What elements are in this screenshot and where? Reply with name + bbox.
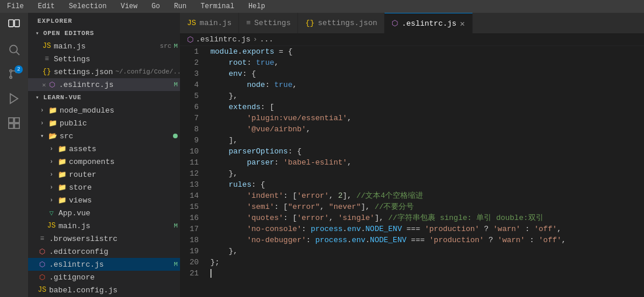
babel-icon: JS <box>37 285 47 295</box>
tab-eslintrc[interactable]: ⬡ .eslintrc.js ✕ <box>385 13 472 33</box>
folder-components[interactable]: › 📁 components <box>28 155 180 168</box>
folder-store[interactable]: › 📁 store <box>28 181 180 194</box>
source-control-activity-icon[interactable]: 2 <box>4 64 24 84</box>
folder-router[interactable]: › 📁 router <box>28 168 180 181</box>
file-babel[interactable]: JS babel.config.js <box>28 284 180 296</box>
menu-bar: File Edit Selection View Go Run Terminal… <box>0 0 644 13</box>
tab-mainjs[interactable]: JS main.js <box>180 13 239 33</box>
file-eslintrc[interactable]: ⬡ .eslintrc.js M <box>28 258 180 271</box>
file-label: .eslintrc.js <box>59 81 172 89</box>
folder-chevron: › <box>47 170 56 179</box>
folder-chevron: › <box>47 195 56 205</box>
svg-point-4 <box>10 70 12 72</box>
open-editors-header[interactable]: ▾ OPEN EDITORS <box>28 27 180 40</box>
folder-chevron: › <box>47 144 56 153</box>
editor-area: JS main.js ≡ Settings {} settings.json ⬡… <box>180 13 644 297</box>
folder-public[interactable]: › 📁 public <box>28 117 180 130</box>
file-mainjs-src[interactable]: JS main.js M <box>28 219 180 232</box>
folder-icon: 📁 <box>48 106 57 115</box>
extensions-activity-icon[interactable] <box>4 113 24 133</box>
tab-settings[interactable]: ≡ Settings <box>239 13 298 33</box>
code-line-14: 'indent': ['error', 2], //文本4个空格缩进 <box>210 190 644 201</box>
tab-settings-icon: ≡ <box>246 19 251 27</box>
svg-marker-7 <box>11 94 18 104</box>
file-label: main.js <box>54 42 158 51</box>
tab-settingsjson[interactable]: {} settings.json <box>298 13 385 33</box>
file-label: App.vue <box>58 209 178 218</box>
code-line-7: 'plugin:vue/essential', <box>210 113 644 124</box>
svg-rect-9 <box>15 118 19 123</box>
code-line-21 <box>210 268 644 279</box>
menu-file[interactable]: File <box>5 1 26 12</box>
code-content[interactable]: module.exports = { root: true, env: { no… <box>206 46 644 297</box>
js-icon: JS <box>47 221 56 230</box>
modified-badge: M <box>174 261 178 268</box>
file-appvue[interactable]: ▽ App.vue <box>28 207 180 219</box>
file-label: .eslintrc.js <box>49 260 171 269</box>
menu-edit[interactable]: Edit <box>36 1 57 12</box>
file-gitignore[interactable]: ⬡ .gitignore <box>28 271 180 284</box>
svg-rect-8 <box>9 118 13 123</box>
folder-chevron: ▾ <box>37 131 47 141</box>
folder-icon: 📁 <box>57 195 67 205</box>
menu-help[interactable]: Help <box>246 1 268 12</box>
folder-label: store <box>69 183 178 192</box>
folder-views[interactable]: › 📁 views <box>28 194 180 207</box>
menu-view[interactable]: View <box>118 1 140 12</box>
code-line-20: }; <box>210 257 644 268</box>
code-line-16: 'quotes': ['error', 'single'], //字符串包裹 s… <box>210 212 644 223</box>
breadcrumb-icon: ⬡ <box>187 35 193 44</box>
menu-go[interactable]: Go <box>149 1 162 12</box>
folder-assets[interactable]: › 📁 assets <box>28 142 180 155</box>
open-editor-mainjs[interactable]: JS main.js src M <box>28 40 180 53</box>
folder-node-modules[interactable]: › 📁 node_modules <box>28 104 180 117</box>
file-extra: src <box>160 43 172 50</box>
folder-chevron: › <box>47 183 56 192</box>
code-line-2: root: true, <box>210 57 644 68</box>
folder-label: src <box>60 132 171 141</box>
open-editor-settingsjson[interactable]: {} settings.json ~/.config/Code/... 2 <box>28 65 180 78</box>
activity-bar: 2 <box>0 13 28 297</box>
learn-vue-label: LEARN-VUE <box>43 94 81 101</box>
open-editor-eslint[interactable]: ✕ ⬡ .eslintrc.js M <box>28 78 180 91</box>
breadcrumb-rest: ... <box>259 35 273 44</box>
js-icon: JS <box>42 41 51 51</box>
tab-label: settings.json <box>318 19 377 27</box>
code-line-19: }, <box>210 246 644 257</box>
close-icon[interactable]: ✕ <box>42 81 46 89</box>
git-icon: ⬡ <box>37 272 47 282</box>
tab-close-button[interactable]: ✕ <box>460 19 465 29</box>
code-line-1: module.exports = { <box>210 46 644 57</box>
modified-badge: M <box>174 222 178 229</box>
svg-rect-10 <box>9 124 13 128</box>
code-line-5: }, <box>210 90 644 102</box>
svg-point-2 <box>10 46 18 53</box>
file-label: .gitignore <box>49 273 178 282</box>
folder-chevron: › <box>47 157 56 166</box>
folder-chevron: › <box>37 106 47 115</box>
code-editor[interactable]: 12345 678910 1112131415 1617181920 21 mo… <box>180 46 644 297</box>
breadcrumb: ⬡ .eslintrc.js › ... <box>180 33 644 46</box>
search-activity-icon[interactable] <box>4 40 24 60</box>
main-layout: 2 EXPLORER ▾ OPEN EDITORS JS main.js src… <box>0 13 644 297</box>
learn-vue-header[interactable]: ▾ LEARN-VUE <box>28 91 180 104</box>
file-browserslistrc[interactable]: ≡ .browserslistrc <box>28 232 180 245</box>
folder-label: router <box>69 170 178 179</box>
menu-run[interactable]: Run <box>172 1 189 12</box>
open-editor-settings[interactable]: ≡ Settings <box>28 53 180 65</box>
file-editorconfig[interactable]: ⬡ .editorconfig <box>28 245 180 258</box>
run-activity-icon[interactable] <box>4 89 24 109</box>
folder-src[interactable]: ▾ 📂 src <box>28 130 180 142</box>
folder-label: public <box>60 119 178 128</box>
sidebar-title: EXPLORER <box>28 13 180 27</box>
files-icon[interactable] <box>4 15 24 35</box>
file-label: main.js <box>58 222 171 230</box>
vue-icon: ▽ <box>47 208 56 218</box>
config-icon2: ⬡ <box>37 247 47 256</box>
menu-terminal[interactable]: Terminal <box>198 1 237 12</box>
folder-label: components <box>69 158 178 166</box>
menu-selection[interactable]: Selection <box>67 1 109 12</box>
tab-json-icon: {} <box>305 19 314 27</box>
file-label: .browserslistrc <box>49 235 178 243</box>
tab-label: .eslintrc.js <box>401 19 456 28</box>
